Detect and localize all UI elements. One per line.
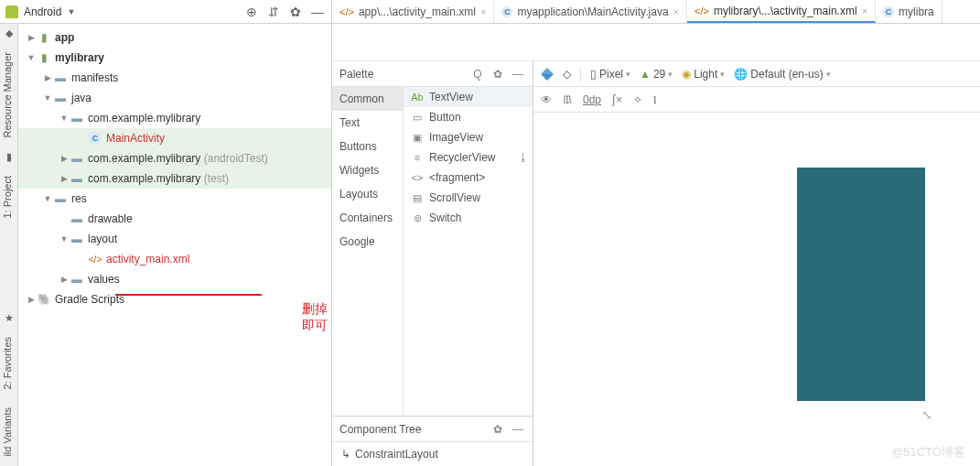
palette-title: Palette	[339, 68, 465, 81]
chevron-right-icon[interactable]: ▶	[59, 154, 70, 163]
tree-main-activity[interactable]: CMainActivity	[18, 128, 331, 148]
rail-favorites[interactable]: 2: Favorites	[0, 328, 17, 398]
palette-item-button[interactable]: ▭Button	[404, 107, 533, 127]
top-row: Android ▼ ⊕ ⇵ ✿ — </> app\...\activity_m…	[0, 0, 980, 24]
tree-activity-main-xml[interactable]: </>activity_main.xml	[18, 249, 331, 269]
gear-icon[interactable]: ✿	[490, 423, 505, 436]
chevron-down-icon[interactable]: ▼	[42, 194, 53, 203]
palette-item-label: <fragment>	[429, 171, 485, 184]
chevron-down-icon[interactable]: ▼	[42, 93, 53, 103]
autoconnect-icon[interactable]: ᙢ	[563, 93, 572, 106]
device-picker[interactable]: ▯ Pixel ▾	[590, 68, 630, 81]
chevron-down-icon[interactable]: ▼	[59, 114, 70, 123]
tree-label: com.example.mylibrary	[88, 112, 200, 125]
locale-picker[interactable]: 🌐 Default (en-us) ▾	[734, 68, 830, 81]
tree-label: mylibrary	[55, 51, 104, 64]
clear-constraints-icon[interactable]: ʃ×	[612, 93, 622, 106]
tree-java[interactable]: ▼▬java	[18, 88, 331, 108]
view-options-icon[interactable]: 👁	[541, 93, 552, 106]
hide-icon[interactable]: —	[511, 68, 525, 81]
tree-values[interactable]: ▶▬values	[18, 269, 331, 289]
palette-item-label: RecyclerView	[429, 151, 495, 164]
download-icon[interactable]: ⭳	[518, 151, 529, 164]
palette-item-switch[interactable]: ⊚Switch	[404, 208, 533, 228]
chevron-right-icon[interactable]: ▶	[59, 275, 70, 284]
component-tree-header: Component Tree ✿ —	[332, 417, 533, 442]
palette-item-imageview[interactable]: ▣ImageView	[404, 127, 533, 147]
search-icon[interactable]: Q	[470, 68, 485, 81]
palette-cat-buttons[interactable]: Buttons	[332, 135, 403, 158]
palette-item-scrollview[interactable]: ▤ScrollView	[404, 188, 533, 208]
chevron-right-icon[interactable]: ▶	[42, 73, 53, 82]
chevron-down-icon: ▼	[67, 7, 75, 16]
tree-mylibrary[interactable]: ▼▮mylibrary	[18, 48, 331, 68]
component-constraintlayout[interactable]: ↳ ConstraintLayout	[341, 448, 523, 461]
folder-icon: ▬	[70, 233, 84, 245]
palette-item-recyclerview[interactable]: ≡RecyclerView⭳	[404, 147, 533, 168]
hide-icon[interactable]: —	[309, 5, 326, 19]
close-icon[interactable]: ×	[673, 6, 679, 17]
tree-res[interactable]: ▼▬res	[18, 189, 331, 209]
tree-manifests[interactable]: ▶▬manifests	[18, 68, 331, 88]
chevron-right-icon[interactable]: ▶	[26, 33, 37, 42]
palette-cat-widgets[interactable]: Widgets	[332, 158, 403, 182]
project-icon[interactable]: ▮	[0, 147, 17, 167]
design-mode-icon[interactable]	[541, 68, 554, 81]
tree-label-suffix: (test)	[204, 172, 229, 185]
api-picker[interactable]: ▲ 29 ▾	[640, 68, 673, 81]
close-icon[interactable]: ×	[862, 5, 867, 16]
design-canvas[interactable]: ⤡ @51CTO博客	[533, 113, 980, 466]
palette-cat-text[interactable]: Text	[332, 111, 403, 135]
theme-picker[interactable]: ◉ Light ▾	[682, 68, 725, 81]
tree-label: app	[55, 31, 74, 44]
resource-manager-icon[interactable]: ◆	[0, 24, 17, 43]
chevron-down-icon[interactable]: ▼	[59, 234, 70, 244]
hide-icon[interactable]: —	[511, 423, 525, 436]
android-icon	[5, 5, 18, 18]
resize-handle-icon[interactable]: ⤡	[921, 407, 932, 422]
favorites-icon[interactable]: ★	[0, 309, 17, 328]
palette-item-fragment[interactable]: <><fragment>	[404, 168, 533, 188]
infer-constraints-icon[interactable]: ✧	[633, 93, 642, 106]
palette-cat-common[interactable]: Common	[332, 87, 403, 111]
margin-label: 0dp	[583, 93, 601, 106]
palette-cat-containers[interactable]: Containers	[332, 206, 403, 230]
tree-app[interactable]: ▶▮app	[18, 27, 331, 48]
default-margin-picker[interactable]: 0dp	[583, 93, 601, 106]
orientation-icon[interactable]: ◇	[563, 68, 571, 81]
chevron-right-icon[interactable]: ▶	[59, 174, 70, 183]
watermark-text: @51CTO博客	[891, 444, 965, 461]
gear-icon[interactable]: ✿	[287, 5, 304, 19]
close-icon[interactable]: ×	[480, 6, 486, 17]
rail-resource-manager[interactable]: Resource Manager	[0, 43, 17, 147]
guidelines-icon[interactable]: Ⲓ	[653, 93, 656, 106]
chevron-right-icon[interactable]: ▶	[26, 295, 37, 304]
tab-mylibrary-activity-main[interactable]: </> mylibrary\...\activity_main.xml ×	[687, 0, 876, 23]
tree-package-androidtest[interactable]: ▶▬com.example.mylibrary (androidTest)	[18, 148, 331, 168]
tree-package-test[interactable]: ▶▬com.example.mylibrary (test)	[18, 168, 331, 189]
module-icon: ▮	[37, 51, 51, 64]
xml-icon: </>	[695, 5, 709, 16]
gear-icon[interactable]: ✿	[490, 68, 505, 81]
tab-app-activity-main[interactable]: </> app\...\activity_main.xml ×	[332, 0, 494, 23]
palette-cat-layouts[interactable]: Layouts	[332, 182, 403, 206]
target-icon[interactable]: ⊕	[243, 5, 260, 19]
palette-cat-google[interactable]: Google	[332, 230, 403, 254]
palette-column: Palette Q ✿ — Common Text Buttons Widget…	[332, 61, 533, 466]
project-view-dropdown[interactable]: Android	[24, 5, 61, 18]
tree-gradle-scripts[interactable]: ▶🐘Gradle Scripts	[18, 289, 331, 309]
tab-mylibra-truncated[interactable]: C mylibra	[876, 0, 942, 23]
rail-build-variants[interactable]: ild Variants	[0, 398, 17, 466]
rail-project[interactable]: 1: Project	[0, 167, 17, 227]
tree-drawable[interactable]: ▬drawable	[18, 209, 331, 229]
expand-icon[interactable]: ⇵	[265, 5, 282, 19]
palette-header: Palette Q ✿ —	[332, 61, 533, 87]
blueprint-preview[interactable]	[797, 168, 925, 401]
tree-package-1[interactable]: ▼▬com.example.mylibrary	[18, 108, 331, 128]
tree-label: com.example.mylibrary	[88, 172, 200, 185]
palette-item-textview[interactable]: AbTextView	[404, 87, 533, 107]
tree-layout[interactable]: ▼▬layout	[18, 229, 331, 249]
chevron-down-icon[interactable]: ▼	[26, 53, 37, 62]
tab-myapplication-mainactivity[interactable]: C myapplication\MainActivity.java ×	[494, 0, 687, 23]
constraintlayout-icon: ↳	[341, 448, 350, 461]
